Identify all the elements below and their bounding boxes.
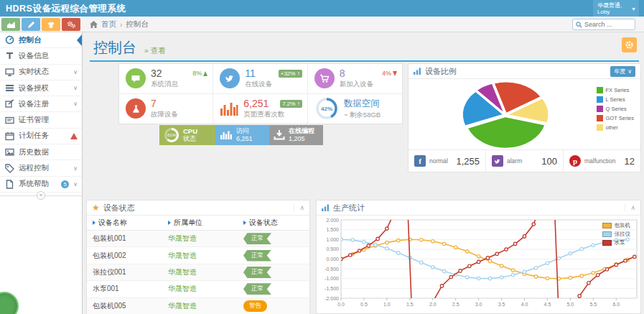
sidebar-item-system-help[interactable]: 系统帮助 5 ∨ — [0, 177, 82, 193]
sidebar-item-label: 历史数据 — [19, 147, 78, 157]
collapse-icon[interactable]: ∧ — [294, 204, 304, 211]
svg-text:-0.500: -0.500 — [325, 267, 339, 272]
file-icon — [5, 180, 14, 189]
sidebar-item-device-register[interactable]: 设备注册 ∨ — [0, 96, 82, 112]
table-row[interactable]: 包装机001 华晟智造 正常 — [87, 231, 309, 247]
sidebar-item-dashboard[interactable]: 控制台 — [0, 32, 82, 48]
chart-quick-button[interactable] — [1, 18, 20, 31]
sidebar-item-label: 证书管理 — [19, 115, 78, 125]
breadcrumb-home[interactable]: 首页 — [101, 19, 116, 29]
area-chart-icon — [6, 21, 16, 29]
table-row[interactable]: 张拉仪001 华晟智造 正常 — [87, 264, 309, 281]
bars-icon — [220, 129, 233, 141]
sidebar-collapse-toggle[interactable]: « — [37, 191, 45, 200]
svg-text:5.5: 5.5 — [589, 302, 597, 307]
trend-badge: 7.2% ↑ — [280, 100, 302, 108]
search-box — [572, 19, 635, 30]
stat-value: 7 — [151, 98, 178, 109]
column-header[interactable]: 所属单位 — [174, 218, 202, 228]
collapse-icon[interactable]: ∧ — [625, 204, 635, 211]
column-header[interactable]: 设备状态 — [249, 218, 278, 228]
gauge-value: 6,251 — [236, 135, 253, 143]
sidebar-item-scheduled-tasks[interactable]: 计划任务 — [0, 129, 82, 144]
cpu-gauge: 61% CPU 状态 — [159, 125, 215, 145]
stat-value: 8 — [340, 68, 374, 79]
panel-title: 设备状态 — [103, 203, 135, 213]
page-subtitle: » 查看 — [144, 46, 166, 56]
footer-label: alarm — [507, 157, 522, 165]
svg-text:1.500: 1.500 — [326, 227, 339, 232]
svg-text:5.0: 5.0 — [567, 302, 574, 307]
settings-quick-button[interactable] — [62, 18, 80, 31]
cell-device-name: 张拉仪001 — [87, 267, 162, 277]
chevron-down-icon: ∨ — [73, 69, 78, 75]
sidebar-item-remote-control[interactable]: 远程控制 ∨ — [0, 160, 82, 176]
legend-chip — [597, 96, 603, 103]
chevron-down-icon: ∨ — [73, 181, 78, 188]
svg-text:-2.000: -2.000 — [325, 296, 339, 301]
sidebar-item-realtime-status[interactable]: 实时状态 ∨ — [0, 65, 82, 80]
cell-device-name: 包装机005 — [87, 301, 162, 311]
svg-text:0.000: 0.000 — [326, 257, 339, 262]
search-icon — [576, 22, 582, 28]
cell-device-name: 水泵001 — [87, 284, 162, 294]
svg-text:2.5: 2.5 — [452, 302, 459, 307]
column-header[interactable]: 设备名称 — [98, 218, 127, 228]
top-navbar: HDRS设备远程综合管理系统 华晟普通, Loby ▼ — [0, 0, 644, 17]
footer-value: 12 — [625, 156, 635, 167]
table-row[interactable]: 包装机005 华晟智造 警告 — [87, 298, 309, 314]
sidebar: 控制台 设备信息 实时状态 ∨ 设备授权 ∨ 设备注册 ∨ 证书管理 计划 — [0, 32, 83, 314]
arrow-down-icon — [393, 71, 397, 76]
gauge-value: 1,205 — [289, 135, 314, 143]
column-arrow-icon — [243, 221, 246, 225]
sidebar-item-label: 设备信息 — [19, 51, 78, 61]
sidebar-item-device-auth[interactable]: 设备授权 ∨ — [0, 80, 82, 96]
calendar-icon — [5, 131, 14, 141]
legend-chip — [597, 115, 603, 121]
bar-chart-icon — [220, 100, 238, 117]
edit-quick-button[interactable] — [22, 18, 40, 31]
theme-quick-button[interactable] — [42, 18, 60, 31]
svg-text:2.0: 2.0 — [429, 302, 437, 307]
svg-text:0.500: 0.500 — [326, 246, 339, 251]
star-icon: ★ — [92, 203, 100, 213]
search-input[interactable] — [584, 21, 632, 28]
stat-label: 系统消息 — [151, 80, 178, 89]
cpu-donut: 61% — [164, 127, 179, 143]
sidebar-item-device-info[interactable]: 设备信息 — [0, 48, 82, 64]
page-settings-button[interactable] — [622, 37, 637, 52]
device-status-panel: ★ 设备状态 ∧ 设备名称 所属单位 设备状态 包装机001 华晟智造 正常 包… — [86, 200, 310, 314]
legend-chip — [602, 240, 612, 246]
svg-text:0.0: 0.0 — [337, 302, 345, 307]
pinterest-icon: p — [569, 155, 581, 167]
chevron-down-icon: ∨ — [73, 85, 78, 91]
status-badge: 警告 — [243, 300, 267, 312]
sidebar-item-cert-mgmt[interactable]: 证书管理 — [0, 112, 82, 128]
user-menu[interactable]: 华晟普通, Loby ▼ — [593, 0, 639, 17]
stat-value: 6,251 — [243, 98, 284, 109]
line-legend: 包装机 张拉仪 水泵 — [602, 222, 631, 248]
svg-text:4.0: 4.0 — [521, 302, 528, 307]
cogs-icon — [67, 21, 76, 29]
legend-chip — [597, 124, 603, 131]
sidebar-item-label: 控制台 — [19, 35, 78, 45]
visits-gauge: 访问 6,251 — [215, 125, 269, 145]
table-row[interactable]: 水泵001 华晟智造 正常 — [87, 281, 309, 297]
production-line-chart: 2.0001.5001.0000.5000.000-0.500-1.000-1.… — [318, 216, 640, 313]
main-content: 控制台 » 查看 32 系统消息 8% — [83, 32, 644, 314]
stat-system-messages: 32 系统消息 8% — [119, 64, 213, 94]
ratio-filter-button[interactable]: 年度 ∨ — [610, 66, 635, 77]
svg-text:-1.500: -1.500 — [325, 286, 339, 291]
footer-value: 100 — [541, 156, 557, 167]
gauge-sub: 状态 — [183, 135, 197, 143]
text-icon — [5, 51, 14, 60]
stat-online-devices: 11 在线设备 +32% ↑ — [213, 64, 307, 94]
footer-label: malfunction — [584, 157, 615, 165]
sidebar-item-history-data[interactable]: 历史数据 — [0, 144, 82, 160]
device-ratio-pie-chart — [419, 80, 599, 150]
device-status-header: ★ 设备状态 ∧ — [87, 200, 309, 216]
cell-device-name: 包装机001 — [87, 234, 162, 244]
svg-text:-1.000: -1.000 — [325, 276, 339, 281]
table-row[interactable]: 包装机002 华晟智造 正常 — [87, 247, 309, 264]
storage-pct: 42% — [321, 106, 332, 112]
